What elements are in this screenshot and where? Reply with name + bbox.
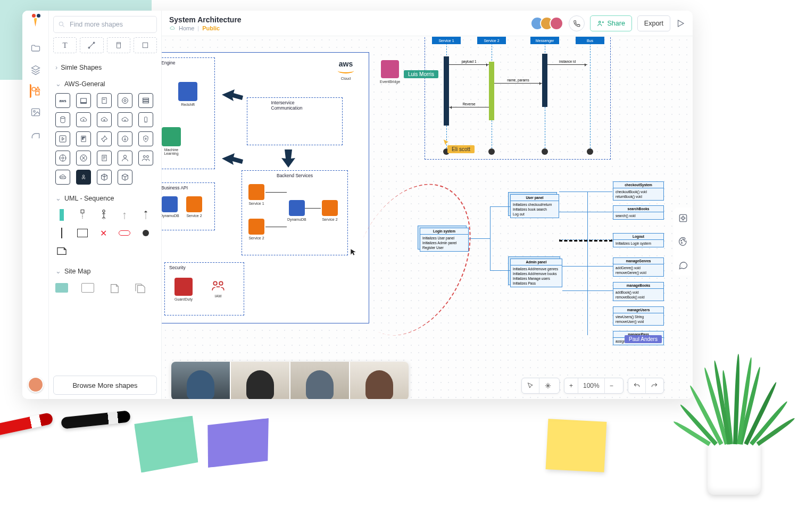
aws-shape[interactable]: aws xyxy=(55,93,70,108)
zoom-level[interactable]: 100% xyxy=(578,378,604,393)
category-uml[interactable]: ⌄UML - Sequence xyxy=(55,190,155,206)
eventbridge-node[interactable]: EventBridge xyxy=(380,60,400,84)
interservice-box[interactable]: Interservice Communication xyxy=(247,97,343,145)
category-simple[interactable]: ›Simle Shapes xyxy=(55,60,155,76)
aws-shape[interactable] xyxy=(76,112,91,127)
category-aws[interactable]: ⌄AWS-General xyxy=(55,76,155,92)
aws-shape[interactable] xyxy=(55,131,70,146)
aws-shape[interactable] xyxy=(97,170,112,185)
select-tool[interactable] xyxy=(522,378,539,393)
settings-icon[interactable] xyxy=(677,212,689,225)
engine-box[interactable]: Engine Redshift Machine Learning xyxy=(162,57,215,169)
aws-shape[interactable] xyxy=(76,93,91,108)
text-tool[interactable]: T xyxy=(53,37,77,53)
video-thumb[interactable] xyxy=(171,362,230,399)
uml-shape[interactable] xyxy=(55,227,68,239)
uml-class[interactable]: Logout Initializes Login system xyxy=(613,233,664,247)
lambda-node[interactable]: Service 2 xyxy=(186,196,202,218)
category-sitemap[interactable]: ⌄Site Map xyxy=(55,263,155,279)
aws-shape[interactable] xyxy=(118,151,132,165)
undo-button[interactable] xyxy=(628,378,645,393)
guardduty-node[interactable]: GuardDuty xyxy=(174,278,193,301)
uml-shape[interactable] xyxy=(55,209,68,221)
sitemap-shape[interactable] xyxy=(108,281,121,294)
iam-node[interactable]: IAM xyxy=(210,279,226,298)
uml-shape[interactable] xyxy=(97,209,110,221)
theme-icon[interactable] xyxy=(677,235,689,248)
uml-class[interactable]: User panel Initializes checkout/returnIn… xyxy=(510,194,559,218)
aws-shape[interactable]: VPC xyxy=(55,170,70,185)
image-icon[interactable] xyxy=(30,106,41,118)
visibility-badge[interactable]: Public xyxy=(202,25,220,31)
aws-shape[interactable] xyxy=(118,93,132,108)
aws-shape[interactable] xyxy=(138,112,153,127)
aws-shape[interactable] xyxy=(118,131,132,146)
activation-bar[interactable] xyxy=(444,56,449,126)
aws-shape[interactable] xyxy=(97,151,112,165)
aws-shape[interactable] xyxy=(76,151,91,165)
pan-tool[interactable] xyxy=(539,378,556,393)
call-button[interactable] xyxy=(569,15,585,31)
aws-shape[interactable] xyxy=(138,93,153,108)
folder-icon[interactable] xyxy=(30,43,41,54)
connector[interactable] xyxy=(559,192,612,192)
uml-shape[interactable] xyxy=(139,209,152,221)
seq-message[interactable]: payload 1 xyxy=(449,64,489,65)
collaborator-avatars[interactable] xyxy=(535,16,563,30)
seq-message[interactable]: Reverse xyxy=(449,107,489,107)
connector[interactable] xyxy=(490,206,510,207)
frame-tool[interactable] xyxy=(107,37,130,53)
seq-message[interactable]: instance id xyxy=(547,64,587,65)
google-icon[interactable] xyxy=(30,128,41,139)
uml-class[interactable]: Admin panel Initializes Add/remove genre… xyxy=(510,259,562,287)
business-api-box[interactable]: Business API DynamoDB Service 2 xyxy=(162,182,215,230)
video-thumbnails[interactable] xyxy=(171,362,409,399)
uml-class[interactable]: manageUsers viewUsers() StringremoveUser… xyxy=(613,306,664,326)
aws-shape[interactable] xyxy=(138,131,153,146)
connector[interactable] xyxy=(490,206,491,270)
uml-class[interactable]: searchBooks search() void xyxy=(613,205,664,220)
service-flow-box[interactable]: Service Flow Service 1 Service 2 Messeng… xyxy=(425,36,611,160)
aws-shape[interactable] xyxy=(97,112,112,127)
uml-shape[interactable] xyxy=(118,209,131,221)
connector[interactable] xyxy=(490,270,510,271)
dynamodb-node[interactable]: DynamoDB xyxy=(287,200,306,221)
lifeline-head[interactable]: Service 1 xyxy=(432,37,461,44)
share-button[interactable]: Share xyxy=(590,15,632,31)
video-thumb[interactable] xyxy=(350,362,409,399)
backend-box[interactable]: Backend Services Service 1 Service 2 Dyn… xyxy=(242,170,348,255)
present-button[interactable] xyxy=(676,19,685,28)
app-logo[interactable] xyxy=(30,14,41,29)
aws-shape[interactable] xyxy=(55,112,70,127)
doc-title[interactable]: System Architecture xyxy=(169,15,242,24)
rect-tool[interactable] xyxy=(134,37,157,53)
ml-node[interactable]: Machine Learning xyxy=(162,127,183,155)
lifeline-head[interactable]: Service 2 xyxy=(477,37,506,44)
uml-shape[interactable]: ✕ xyxy=(97,227,110,239)
user-avatar[interactable] xyxy=(28,377,44,393)
connector[interactable] xyxy=(559,239,612,242)
connector[interactable] xyxy=(559,212,612,212)
layers-icon[interactable] xyxy=(30,64,41,76)
zoom-out[interactable]: − xyxy=(605,378,618,393)
security-box[interactable]: Security GuardDuty IAM xyxy=(164,262,244,315)
browse-more-button[interactable]: Browse More shapes xyxy=(53,376,157,395)
activation-bar[interactable] xyxy=(489,62,494,120)
search-input[interactable] xyxy=(53,16,157,33)
video-thumb[interactable] xyxy=(231,362,289,399)
video-thumb[interactable] xyxy=(290,362,349,399)
zoom-in[interactable]: + xyxy=(564,378,578,393)
connector-tool[interactable] xyxy=(80,37,103,53)
uml-shape[interactable] xyxy=(76,227,89,239)
uml-class[interactable]: Login system Initializes User panelIniti… xyxy=(420,228,469,252)
aws-shape[interactable] xyxy=(138,151,153,165)
connector[interactable] xyxy=(469,238,490,239)
canvas[interactable]: aws Cloud Engine Redshift Machine Learni… xyxy=(162,36,693,399)
aws-shape[interactable] xyxy=(118,170,132,185)
sitemap-shape[interactable] xyxy=(55,281,68,294)
aws-shape[interactable] xyxy=(76,131,91,146)
activation-bar[interactable] xyxy=(542,54,547,107)
lambda-node[interactable]: Service 2 xyxy=(248,219,264,240)
aws-shape[interactable] xyxy=(97,93,112,108)
lifeline-head[interactable]: Messenger xyxy=(530,37,559,44)
